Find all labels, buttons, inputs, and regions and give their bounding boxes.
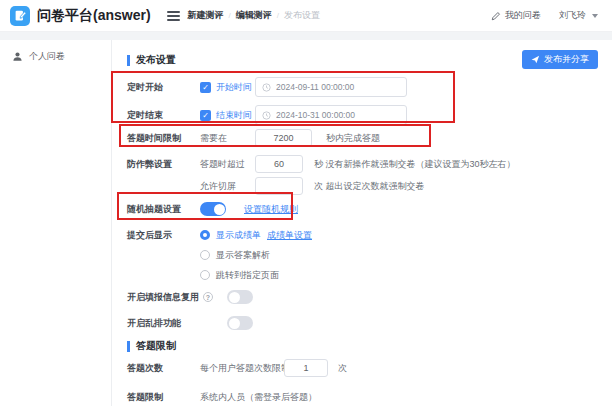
- time-limit-suffix: 秒内完成答题: [326, 132, 380, 145]
- answer-count-label: 答题次数: [127, 362, 163, 375]
- timer-start-checkbox-label: 开始时间: [216, 81, 252, 94]
- info-reuse-label: 开启填报信息复用?: [127, 291, 213, 304]
- info-reuse-row: 开启填报信息复用?: [112, 288, 612, 306]
- survey-platform-app: 问卷平台(answer) 新建测评 / 编辑测评 / 发布设置 我的问卷 刘飞玲: [0, 0, 612, 406]
- after-submit-option2-row: 显示答案解析: [112, 246, 612, 264]
- header-right: 我的问卷 刘飞玲: [491, 9, 612, 22]
- idle-timeout-suffix: 秒 没有新操作就强制交卷（建议设置为30秒左右）: [314, 158, 516, 171]
- limits-section-header: 答题限制: [112, 336, 612, 356]
- app-logo-icon[interactable]: [10, 6, 30, 26]
- sidebar-item-personal-surveys[interactable]: 个人问卷: [0, 40, 111, 63]
- end-datetime-input-wrap: [255, 105, 407, 125]
- breadcrumb: 新建测评 / 编辑测评 / 发布设置: [188, 9, 320, 22]
- time-limit-label: 答题时间限制: [127, 132, 181, 145]
- help-icon[interactable]: ?: [203, 292, 213, 302]
- anti-cheat-label: 防作弊设置: [127, 158, 172, 171]
- shuffle-row: 开启乱排功能: [112, 314, 612, 332]
- switch-screen-suffix: 次 超出设定次数就强制交卷: [314, 180, 425, 193]
- timer-start-checkbox[interactable]: ✓: [200, 82, 211, 93]
- timer-start-row: 定时开始 ✓ 开始时间: [112, 76, 612, 98]
- end-datetime-input[interactable]: [276, 110, 394, 120]
- header-divider-band: [0, 32, 612, 40]
- timer-start-label: 定时开始: [127, 81, 163, 94]
- after-submit-label: 提交后显示: [127, 229, 172, 242]
- username: 刘飞玲: [559, 9, 586, 22]
- random-draw-toggle[interactable]: [200, 202, 226, 216]
- menu-icon[interactable]: [167, 11, 180, 21]
- publish-settings-panel: 发布设置 发布并分享 定时开始 ✓ 开始时间 定时结束: [112, 40, 612, 406]
- jump-to-page-radio[interactable]: [200, 270, 210, 280]
- after-submit-option3-row: 跳转到指定页面: [112, 266, 612, 284]
- timer-end-label: 定时结束: [127, 109, 163, 122]
- time-limit-prefix: 需要在: [200, 132, 227, 145]
- show-score-label: 显示成绩单: [216, 229, 261, 242]
- breadcrumb-separator: /: [277, 11, 279, 20]
- show-answer-analysis-label: 显示答案解析: [216, 249, 270, 262]
- timer-end-checkbox[interactable]: ✓: [200, 110, 211, 121]
- limits-section-title: 答题限制: [136, 339, 176, 353]
- info-reuse-toggle[interactable]: [227, 290, 253, 304]
- time-limit-row: 答题时间限制 需要在 秒内完成答题: [112, 128, 612, 148]
- after-submit-option1-row: 提交后显示 显示成绩单 成绩单设置: [112, 226, 612, 244]
- shuffle-label: 开启乱排功能: [127, 317, 181, 330]
- random-draw-row: 随机抽题设置 设置随机规则: [112, 198, 612, 220]
- app-title: 问卷平台(answer): [37, 7, 151, 25]
- breadcrumb-publish-settings[interactable]: 发布设置: [284, 9, 320, 22]
- answer-count-row: 答题次数 每个用户答题次数限制 次: [112, 358, 612, 378]
- breadcrumb-new-assessment[interactable]: 新建测评: [188, 9, 224, 22]
- answer-scope-row: 答题限制 系统内人员（需登录后答题）: [112, 388, 612, 406]
- anti-cheat-switch-row: 允许切屏 次 超出设定次数就强制交卷: [112, 176, 612, 196]
- anti-cheat-idle-row: 防作弊设置 答题时超过 秒 没有新操作就强制交卷（建议设置为30秒左右）: [112, 154, 612, 174]
- show-score-radio[interactable]: [200, 230, 210, 240]
- idle-timeout-input[interactable]: [255, 155, 303, 173]
- answer-count-input[interactable]: [284, 359, 328, 377]
- publish-section-title: 发布设置: [136, 53, 176, 67]
- document-pencil-icon: [14, 9, 27, 22]
- pencil-icon: [491, 11, 501, 21]
- shuffle-toggle[interactable]: [227, 316, 253, 330]
- publish-share-label: 发布并分享: [544, 53, 589, 66]
- random-draw-label: 随机抽题设置: [127, 203, 181, 216]
- user-icon: [12, 51, 23, 62]
- my-surveys-button[interactable]: 我的问卷: [491, 9, 541, 22]
- share-icon: [531, 55, 540, 64]
- timer-end-row: 定时结束 ✓ 结束时间: [112, 104, 612, 126]
- clock-icon: [262, 83, 271, 92]
- switch-screen-prefix: 允许切屏: [200, 180, 236, 193]
- answer-scope-label: 答题限制: [127, 391, 163, 404]
- breadcrumb-edit-assessment[interactable]: 编辑测评: [236, 9, 272, 22]
- switch-screen-input[interactable]: [255, 177, 303, 195]
- answer-count-prefix: 每个用户答题次数限制: [200, 362, 290, 375]
- idle-timeout-prefix: 答题时超过: [200, 158, 245, 171]
- top-header: 问卷平台(answer) 新建测评 / 编辑测评 / 发布设置 我的问卷 刘飞玲: [0, 0, 612, 32]
- caret-down-icon: [592, 14, 598, 18]
- clock-icon: [262, 111, 271, 120]
- section-accent-bar: [127, 341, 130, 352]
- user-menu[interactable]: 刘飞玲: [559, 9, 598, 22]
- show-answer-analysis-radio[interactable]: [200, 250, 210, 260]
- start-datetime-input[interactable]: [276, 82, 394, 92]
- answer-count-suffix: 次: [338, 362, 347, 375]
- jump-to-page-label: 跳转到指定页面: [216, 269, 279, 282]
- answer-scope-value: 系统内人员（需登录后答题）: [200, 391, 317, 404]
- time-limit-input[interactable]: [255, 129, 312, 147]
- timer-end-checkbox-label: 结束时间: [216, 109, 252, 122]
- score-report-settings-link[interactable]: 成绩单设置: [267, 229, 312, 242]
- breadcrumb-separator: /: [229, 11, 231, 20]
- sidebar-item-label: 个人问卷: [29, 50, 65, 63]
- random-rules-link[interactable]: 设置随机规则: [244, 203, 298, 216]
- start-datetime-input-wrap: [255, 77, 407, 97]
- publish-share-button[interactable]: 发布并分享: [522, 50, 598, 69]
- my-surveys-label: 我的问卷: [505, 9, 541, 22]
- sidebar: 个人问卷: [0, 40, 112, 406]
- section-accent-bar: [127, 55, 130, 66]
